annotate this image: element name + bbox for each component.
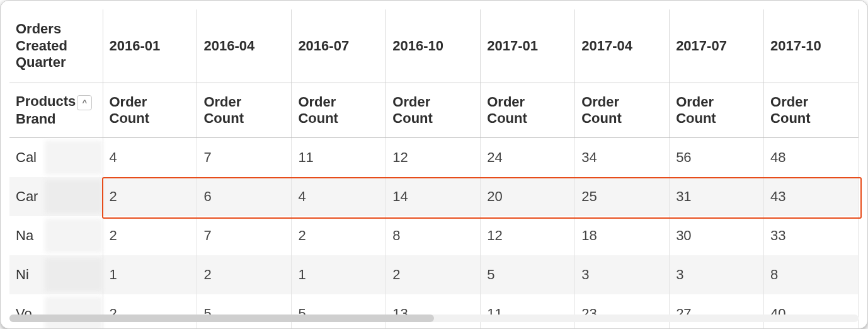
value-cell[interactable]: 31 bbox=[670, 177, 764, 216]
column-header-quarter[interactable]: 2017-04 bbox=[575, 9, 670, 83]
value-cell[interactable]: 18 bbox=[575, 216, 670, 255]
column-header-quarter[interactable]: 2017-10 bbox=[764, 9, 859, 83]
brand-cell[interactable]: Car bbox=[9, 177, 103, 216]
value-cell[interactable]: 1 bbox=[103, 255, 197, 294]
value-cell[interactable]: 7 bbox=[197, 216, 292, 255]
value-cell[interactable]: 5 bbox=[292, 294, 386, 329]
measure-header[interactable]: OrderCount bbox=[481, 83, 575, 138]
measure-header[interactable]: OrderCount bbox=[670, 83, 764, 138]
value-cell[interactable]: 5 bbox=[481, 255, 575, 294]
value-cell[interactable]: 14 bbox=[386, 177, 481, 216]
brand-cell[interactable]: Cal bbox=[9, 138, 103, 178]
value-cell[interactable]: 11 bbox=[292, 138, 386, 178]
measure-header[interactable]: OrderCount bbox=[575, 83, 670, 138]
corner-header-line3: Quarter bbox=[16, 54, 66, 70]
brand-cell[interactable]: Vo bbox=[9, 294, 103, 329]
measure-header[interactable]: OrderCount bbox=[197, 83, 292, 138]
value-cell[interactable]: 12 bbox=[481, 216, 575, 255]
value-cell[interactable]: 27 bbox=[670, 294, 764, 329]
value-cell[interactable]: 3 bbox=[575, 255, 670, 294]
value-cell[interactable]: 4 bbox=[292, 177, 386, 216]
corner-header-line1: Orders bbox=[16, 21, 61, 37]
value-cell[interactable]: 40 bbox=[764, 294, 859, 329]
redacted-text bbox=[45, 219, 103, 253]
corner-header-line2: Created bbox=[16, 38, 67, 54]
row-dimension-header-products-brand[interactable]: Products^ Brand bbox=[9, 83, 103, 138]
value-cell[interactable]: 25 bbox=[575, 177, 670, 216]
column-header-quarter[interactable]: 2016-07 bbox=[292, 9, 386, 83]
measure-header[interactable]: OrderCount bbox=[764, 83, 859, 138]
value-cell[interactable]: 23 bbox=[575, 294, 670, 329]
header-row-quarters: Orders Created Quarter 2016-01 2016-04 2… bbox=[9, 9, 859, 83]
horizontal-scrollbar-thumb[interactable] bbox=[9, 315, 434, 322]
table-row[interactable]: Na272812183033 bbox=[9, 216, 859, 255]
redacted-text bbox=[45, 180, 103, 214]
value-cell[interactable]: 11 bbox=[481, 294, 575, 329]
column-header-quarter[interactable]: 2016-01 bbox=[103, 9, 197, 83]
chevron-up-icon[interactable]: ^ bbox=[77, 95, 92, 110]
value-cell[interactable]: 2 bbox=[386, 255, 481, 294]
header-row-measures: Products^ Brand OrderCount OrderCount Or… bbox=[9, 83, 859, 138]
brand-label: Ni bbox=[16, 267, 29, 282]
value-cell[interactable]: 1 bbox=[292, 255, 386, 294]
value-cell[interactable]: 3 bbox=[670, 255, 764, 294]
brand-header-line2: Brand bbox=[16, 111, 56, 127]
column-header-quarter[interactable]: 2016-04 bbox=[197, 9, 292, 83]
corner-header-orders-created-quarter[interactable]: Orders Created Quarter bbox=[9, 9, 103, 83]
value-cell[interactable]: 48 bbox=[764, 138, 859, 178]
table-row[interactable]: Ni12125338 bbox=[9, 255, 859, 294]
pivot-table-card: Orders Created Quarter 2016-01 2016-04 2… bbox=[0, 0, 868, 329]
value-cell[interactable]: 12 bbox=[386, 138, 481, 178]
value-cell[interactable]: 43 bbox=[764, 177, 859, 216]
column-header-quarter[interactable]: 2017-01 bbox=[481, 9, 575, 83]
value-cell[interactable]: 8 bbox=[386, 216, 481, 255]
pivot-table: Orders Created Quarter 2016-01 2016-04 2… bbox=[9, 9, 859, 329]
redacted-text bbox=[45, 258, 103, 292]
redacted-text bbox=[45, 141, 103, 175]
brand-cell[interactable]: Na bbox=[9, 216, 103, 255]
value-cell[interactable]: 33 bbox=[764, 216, 859, 255]
brand-cell[interactable]: Ni bbox=[9, 255, 103, 294]
value-cell[interactable]: 20 bbox=[481, 177, 575, 216]
value-cell[interactable]: 4 bbox=[103, 138, 197, 178]
measure-header[interactable]: OrderCount bbox=[386, 83, 481, 138]
measure-header[interactable]: OrderCount bbox=[103, 83, 197, 138]
table-row[interactable]: Car2641420253143 bbox=[9, 177, 859, 216]
table-row[interactable]: Vo2551311232740 bbox=[9, 294, 859, 329]
horizontal-scrollbar-track[interactable] bbox=[9, 315, 859, 322]
value-cell[interactable]: 7 bbox=[197, 138, 292, 178]
measure-header[interactable]: OrderCount bbox=[292, 83, 386, 138]
redacted-text bbox=[45, 297, 103, 329]
value-cell[interactable]: 56 bbox=[670, 138, 764, 178]
table-row[interactable]: Cal47111224345648 bbox=[9, 138, 859, 178]
value-cell[interactable]: 5 bbox=[197, 294, 292, 329]
brand-label: Car bbox=[16, 188, 38, 204]
brand-label: Na bbox=[16, 228, 33, 243]
value-cell[interactable]: 34 bbox=[575, 138, 670, 178]
brand-header-line1: Products bbox=[16, 93, 76, 109]
value-cell[interactable]: 8 bbox=[764, 255, 859, 294]
value-cell[interactable]: 2 bbox=[197, 255, 292, 294]
value-cell[interactable]: 2 bbox=[103, 216, 197, 255]
value-cell[interactable]: 6 bbox=[197, 177, 292, 216]
value-cell[interactable]: 24 bbox=[481, 138, 575, 178]
value-cell[interactable]: 2 bbox=[103, 294, 197, 329]
value-cell[interactable]: 30 bbox=[670, 216, 764, 255]
value-cell[interactable]: 2 bbox=[292, 216, 386, 255]
value-cell[interactable]: 13 bbox=[386, 294, 481, 329]
brand-label: Cal bbox=[16, 149, 37, 165]
column-header-quarter[interactable]: 2017-07 bbox=[670, 9, 764, 83]
value-cell[interactable]: 2 bbox=[103, 177, 197, 216]
column-header-quarter[interactable]: 2016-10 bbox=[386, 9, 481, 83]
